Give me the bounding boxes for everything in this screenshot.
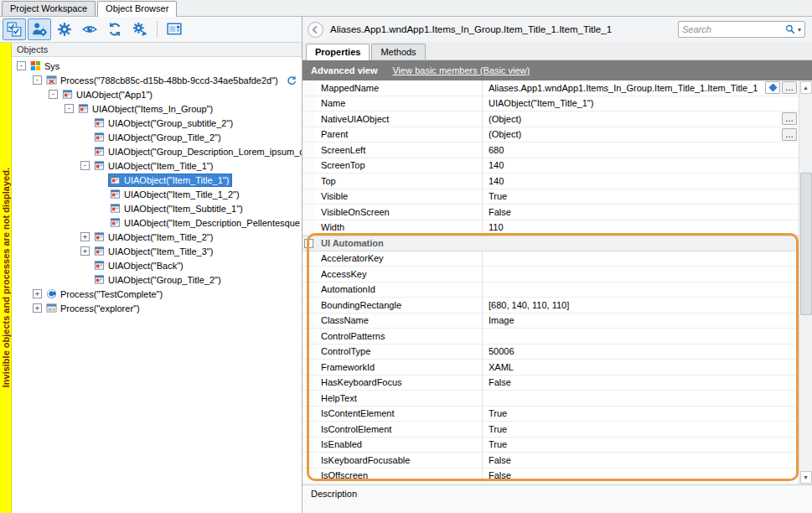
back-button[interactable] xyxy=(308,22,323,38)
property-row[interactable]: AcceleratorKey xyxy=(303,251,799,267)
property-name: Name xyxy=(315,96,483,111)
search-input[interactable] xyxy=(682,24,783,34)
property-row[interactable]: BoundingRectangle[680, 140, 110, 110] xyxy=(303,298,799,314)
tree-item-label: Process("788cb85c-d15b-48bb-9ccd-34ae5ba… xyxy=(60,75,278,86)
scrollbar-thumb[interactable] xyxy=(800,173,812,315)
search-box[interactable]: ▾ xyxy=(678,21,805,38)
expand-icon[interactable]: + xyxy=(80,232,90,241)
property-row[interactable]: Top140 xyxy=(303,174,799,189)
property-row[interactable]: ControlType50006 xyxy=(303,345,799,360)
property-row[interactable]: IsContentElementTrue xyxy=(303,407,799,422)
property-row[interactable]: AccessKey xyxy=(303,267,799,282)
tab-methods[interactable]: Methods xyxy=(371,44,425,60)
property-row[interactable]: HasKeyboardFocusFalse xyxy=(303,376,799,391)
property-value: True xyxy=(489,191,797,201)
tree-item[interactable]: -Sys xyxy=(12,59,302,73)
tree-item-label: UIAObject("Group_Title_2") xyxy=(108,275,221,285)
tree-item[interactable]: +UIAObject("Item_Title_3") xyxy=(12,244,302,258)
property-value: False xyxy=(489,207,797,217)
expand-icon[interactable]: + xyxy=(33,289,42,298)
checked-objects-button[interactable] xyxy=(3,18,26,40)
tree-item[interactable]: UIAObject("Item_Title_1") xyxy=(12,173,302,187)
property-row[interactable]: VisibleOnScreenFalse xyxy=(303,205,799,220)
object-panel-button[interactable] xyxy=(163,18,186,40)
property-row[interactable]: MappedNameAliases.App1.wndApp1.Items_In_… xyxy=(303,80,799,96)
search-icon[interactable] xyxy=(785,24,795,34)
property-row[interactable]: Parent(Object)… xyxy=(303,127,799,143)
property-row[interactable]: AutomationId xyxy=(303,282,799,298)
tree-item[interactable]: -UIAObject("Item_Title_1") xyxy=(12,158,302,173)
property-row[interactable]: ScreenLeft680 xyxy=(303,142,799,158)
uiaobject-icon xyxy=(94,132,105,142)
property-row[interactable]: ScreenTop140 xyxy=(303,158,799,174)
breadcrumb: Aliases.App1.wndApp1.Items_In_Group.Item… xyxy=(330,24,671,34)
tree-item[interactable]: -UIAObject("App1") xyxy=(12,87,302,101)
alias-button[interactable] xyxy=(765,81,780,94)
tree-item-label: UIAObject("App1") xyxy=(76,90,153,100)
ellipsis-button[interactable]: … xyxy=(782,112,797,125)
tree-item[interactable]: UIAObject("Item_Subtitle_1") xyxy=(12,201,302,215)
search-dropdown-icon[interactable]: ▾ xyxy=(798,26,801,34)
tree-item[interactable]: +Process("TestComplete") xyxy=(12,287,302,301)
property-row[interactable]: NativeUIAObject(Object)… xyxy=(303,111,799,127)
property-row[interactable]: IsControlElementTrue xyxy=(303,422,799,438)
ellipsis-button[interactable]: … xyxy=(782,81,797,94)
property-row[interactable]: ControlPatterns xyxy=(303,329,799,345)
tree-item[interactable]: -UIAObject("Items_In_Group") xyxy=(12,101,302,116)
description-panel: Description xyxy=(303,484,812,513)
tree-item[interactable]: UIAObject("Group_subtitle_2") xyxy=(12,116,302,130)
collapse-icon[interactable]: - xyxy=(80,161,90,170)
invisible-objects-note: Invisible objects and processes are not … xyxy=(0,43,12,513)
windows-icon xyxy=(30,60,41,71)
property-row[interactable]: IsEnabledTrue xyxy=(303,438,799,453)
collapse-icon[interactable]: - xyxy=(17,61,26,70)
property-value: (Object) xyxy=(489,129,780,139)
property-row[interactable]: FrameworkIdXAML xyxy=(303,360,799,376)
property-row[interactable]: IsKeyboardFocusableFalse xyxy=(303,453,799,469)
property-name: ClassName xyxy=(315,314,483,329)
property-name: IsKeyboardFocusable xyxy=(315,453,483,468)
description-label: Description xyxy=(311,489,357,499)
tree-item[interactable]: UIAObject("Item_Description_Pellentesque xyxy=(12,215,302,230)
view-eye-button[interactable] xyxy=(78,18,101,40)
tree-item[interactable]: +UIAObject("Item_Title_2") xyxy=(12,230,302,244)
tab-project-workspace[interactable]: Project Workspace xyxy=(2,1,96,16)
property-row[interactable]: VisibleTrue xyxy=(303,189,799,205)
ellipsis-button[interactable]: … xyxy=(782,128,797,141)
settings-gear-icon xyxy=(57,22,72,37)
tree-item-label: Sys xyxy=(44,61,59,71)
settings-gear-button[interactable] xyxy=(53,18,76,40)
run-gear-button[interactable] xyxy=(128,18,152,40)
tree-item[interactable]: -Process("788cb85c-d15b-48bb-9ccd-34ae5b… xyxy=(12,73,302,87)
property-row[interactable]: NameUIAObject("Item_Title_1") xyxy=(303,96,799,112)
tab-properties[interactable]: Properties xyxy=(306,44,370,60)
highlight-object-button[interactable] xyxy=(28,18,51,40)
property-row[interactable]: Width110 xyxy=(303,220,799,236)
tree-item[interactable]: UIAObject("Back") xyxy=(12,258,302,272)
collapse-icon[interactable]: - xyxy=(304,239,313,248)
tree-item[interactable]: UIAObject("Group_Title_2") xyxy=(12,272,302,287)
collapse-icon[interactable]: - xyxy=(33,75,42,85)
property-row[interactable]: IsOffscreenFalse xyxy=(303,469,799,484)
checked-objects-icon xyxy=(7,22,22,37)
tree-item[interactable]: UIAObject("Group_Title_2") xyxy=(12,130,302,144)
tree-item[interactable]: UIAObject("Item_Title_1_2") xyxy=(12,187,302,201)
expand-icon[interactable]: + xyxy=(80,246,90,256)
scroll-down-icon[interactable]: ▼ xyxy=(800,471,812,484)
property-row[interactable]: HelpText xyxy=(303,391,799,407)
collapse-icon[interactable]: - xyxy=(65,104,74,113)
property-value: Aliases.App1.wndApp1.Items_In_Group.Item… xyxy=(489,83,763,93)
refresh-button[interactable] xyxy=(103,18,127,40)
tree-item[interactable]: +Process("explorer") xyxy=(12,301,302,315)
basic-view-link[interactable]: View basic members (Basic view) xyxy=(392,65,530,75)
tab-object-browser[interactable]: Object Browser xyxy=(97,1,177,17)
tree-item[interactable]: UIAObject("Group_Description_Lorem_ipsum… xyxy=(12,144,302,158)
vertical-scrollbar[interactable]: ▲ ▼ xyxy=(799,80,812,484)
property-name: ControlType xyxy=(315,345,483,360)
expand-icon[interactable]: + xyxy=(33,303,42,313)
property-value: False xyxy=(489,377,797,387)
property-row[interactable]: ClassNameImage xyxy=(303,314,799,329)
collapse-icon[interactable]: - xyxy=(49,90,58,99)
main-content: Invisible objects and processes are not … xyxy=(0,17,812,513)
scroll-up-icon[interactable]: ▲ xyxy=(800,81,812,94)
